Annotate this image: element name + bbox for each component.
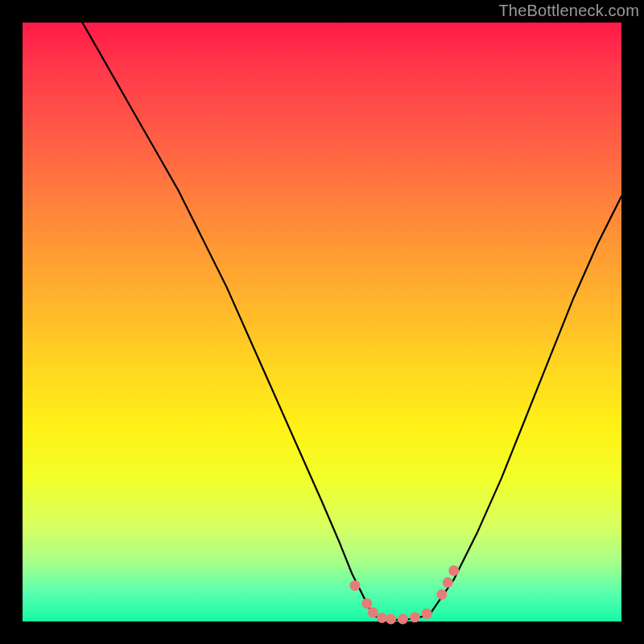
plot-area: [23, 23, 621, 621]
highlight-dot: [349, 580, 360, 591]
curve-left-branch: [82, 23, 373, 616]
highlight-dot: [398, 614, 408, 625]
highlight-dot: [377, 613, 387, 623]
highlight-markers: [349, 565, 459, 624]
highlight-dot: [443, 577, 453, 588]
highlight-dot: [436, 589, 447, 600]
highlight-dot: [448, 565, 459, 576]
highlight-dot: [386, 614, 396, 625]
watermark-text: TheBottleneck.com: [498, 2, 639, 20]
highlight-dot: [368, 607, 378, 617]
outer-black-frame: TheBottleneck.com: [0, 0, 644, 644]
highlight-dot: [410, 612, 420, 622]
curve-right-branch: [430, 196, 621, 614]
highlight-dot: [422, 609, 432, 619]
highlight-dot: [361, 598, 372, 609]
chart-svg: [23, 23, 621, 621]
